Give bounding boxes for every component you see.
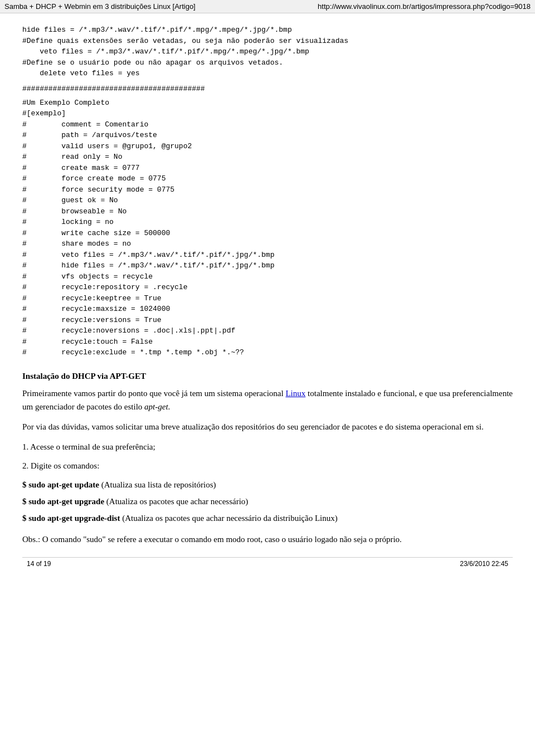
code-line-4: #Define se o usuário pode ou não apagar … [22, 57, 513, 69]
example-line-9: # browseable = No [22, 206, 513, 217]
example-line-0: #[exemplo] [22, 108, 513, 119]
cmd3-bold: $ sudo apt-get upgrade-dist [22, 514, 120, 523]
example-line-22: # recycle:exclude = *.tmp *.temp *.obj *… [22, 347, 513, 358]
footer-page-info: 14 of 19 [27, 560, 51, 568]
example-line-4: # read only = No [22, 152, 513, 163]
hash-divider: ########################################… [22, 85, 513, 93]
example-line-5: # create mask = 0777 [22, 163, 513, 174]
apt-get-italic: apt-get [144, 402, 168, 411]
cmd2-rest: (Atualiza os pacotes que achar necessári… [104, 497, 248, 506]
command-3: $ sudo apt-get upgrade-dist (Atualiza os… [22, 511, 513, 525]
example-line-12: # share modes = no [22, 238, 513, 250]
code-line-1: hide files = /*.mp3/*.wav/*.tif/*.pif/*.… [22, 25, 513, 36]
browser-title: Samba + DHCP + Webmin em 3 distribuições… [4, 2, 196, 11]
example-line-10: # locking = no [22, 217, 513, 228]
code-intro-block: hide files = /*.mp3/*.wav/*.tif/*.pif/*.… [22, 25, 513, 79]
numbered-item-2: 2. Digite os comandos: [22, 459, 513, 472]
code-line-5: delete veto files = yes [22, 68, 513, 79]
example-line-15: # vfs objects = recycle [22, 271, 513, 282]
example-line-1: # comment = Comentario [22, 119, 513, 130]
numbered-item-1: 1. Acesse o terminal de sua preferência; [22, 440, 513, 453]
code-line-3: veto files = /*.mp3/*.wav/*.tif/*.pif/*.… [22, 46, 513, 57]
paragraph-2: Por via das dúvidas, vamos solicitar uma… [22, 420, 513, 433]
example-line-21: # recycle:touch = False [22, 336, 513, 348]
dhcp-heading: Instalação do DHCP via APT-GET [22, 372, 146, 381]
example-line-20: # recycle:noversions = .doc|.xls|.ppt|.p… [22, 325, 513, 336]
browser-url: http://www.vivaolinux.com.br/artigos/imp… [318, 2, 531, 11]
example-line-16: # recycle:repository = .recycle [22, 282, 513, 293]
example-line-14: # hide files = /*.mp3/*.wav/*.tif/*.pif/… [22, 260, 513, 271]
example-line-8: # guest ok = No [22, 195, 513, 206]
example-line-17: # recycle:keeptree = True [22, 293, 513, 304]
example-line-6: # force create mode = 0775 [22, 173, 513, 184]
command-2: $ sudo apt-get upgrade (Atualiza os paco… [22, 495, 513, 508]
example-block: #Um Exemplo Completo #[exemplo] # commen… [22, 97, 513, 358]
paragraph-1: Primeiramente vamos partir do ponto que … [22, 387, 513, 413]
cmd1-rest: (Atualiza sua lista de repositórios) [99, 480, 216, 489]
obs-paragraph: Obs.: O comando "sudo" se refere a execu… [22, 533, 513, 546]
example-line-2: # path = /arquivos/teste [22, 130, 513, 141]
cmd2-bold: $ sudo apt-get upgrade [22, 497, 104, 506]
example-line-7: # force security mode = 0775 [22, 184, 513, 196]
example-line-3: # valid users = @grupo1, @grupo2 [22, 141, 513, 152]
example-line-18: # recycle:maxsize = 1024000 [22, 304, 513, 315]
example-line-19: # recycle:versions = True [22, 315, 513, 326]
code-line-2: #Define quais extensões serão vetadas, o… [22, 36, 513, 47]
page-content: hide files = /*.mp3/*.wav/*.tif/*.pif/*.… [0, 13, 535, 581]
linux-link[interactable]: Linux [285, 389, 305, 398]
footer-bar: 14 of 19 23/6/2010 22:45 [22, 557, 513, 570]
cmd3-rest: (Atualiza os pacotes que achar necessári… [120, 514, 337, 523]
cmd1-bold: $ sudo apt-get update [22, 480, 99, 489]
example-line-13: # veto files = /*.mp3/*.wav/*.tif/*.pif/… [22, 250, 513, 261]
example-line-11: # write cache size = 500000 [22, 228, 513, 239]
example-heading: #Um Exemplo Completo [22, 97, 513, 109]
browser-chrome: Samba + DHCP + Webmin em 3 distribuições… [0, 0, 535, 13]
footer-datetime: 23/6/2010 22:45 [460, 560, 508, 568]
command-1: $ sudo apt-get update (Atualiza sua list… [22, 478, 513, 491]
